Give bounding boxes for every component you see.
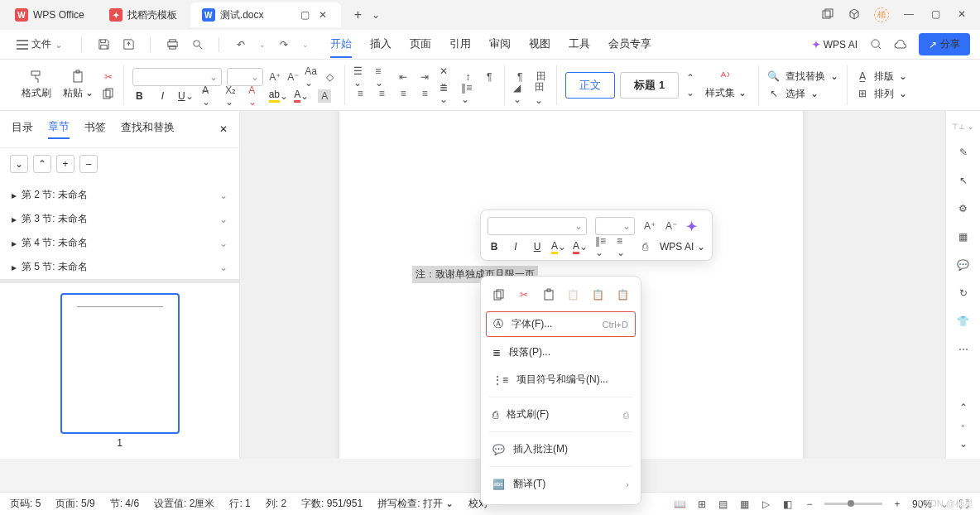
sidebar-tab-toc[interactable]: 目录 — [12, 120, 33, 138]
status-page[interactable]: 页面: 5/9 — [55, 497, 94, 511]
view-outline-icon[interactable]: ◧ — [781, 498, 795, 511]
print-icon[interactable] — [166, 38, 179, 51]
tab-member[interactable]: 会员专享 — [608, 31, 651, 58]
share-button[interactable]: ↗ 分享 — [919, 33, 970, 55]
style-normal[interactable]: 正文 — [565, 72, 615, 99]
tree-node[interactable]: ▸第 5 节: 未命名⌄ — [0, 255, 239, 279]
mini-italic-icon[interactable]: I — [509, 240, 522, 253]
pencil-icon[interactable]: ✎ — [957, 146, 970, 159]
wps-ai-button[interactable]: ✦ WPS AI — [812, 39, 858, 51]
mini-shrink-font-icon[interactable]: A⁻ — [665, 219, 678, 233]
scroll-up-icon[interactable]: ⌃ — [957, 401, 970, 414]
redo-icon[interactable]: ↷ — [277, 38, 291, 51]
history-icon[interactable]: ↻ — [957, 286, 970, 300]
indent-dec-icon[interactable]: ⇤ — [396, 70, 410, 84]
page-thumbnail[interactable] — [60, 293, 180, 434]
view-book-icon[interactable]: 📖 — [674, 498, 687, 511]
grow-font-icon[interactable]: A⁺ — [268, 70, 281, 84]
close-button[interactable]: ✕ — [955, 7, 968, 21]
italic-icon[interactable]: I — [156, 89, 169, 103]
tab-insert[interactable]: 插入 — [370, 31, 392, 58]
align-right-icon[interactable]: ≡ — [396, 87, 410, 100]
highlight-icon[interactable]: ab ⌄ — [271, 89, 285, 103]
line-spacing-icon[interactable]: ‖≡ ⌄ — [461, 87, 474, 100]
borders-icon[interactable]: 田 ⌄ — [535, 87, 548, 100]
status-section[interactable]: 节: 4/6 — [110, 497, 139, 511]
maximize-button[interactable]: ▢ — [929, 7, 942, 21]
zoom-in-icon[interactable]: + — [891, 498, 904, 511]
find-label[interactable]: 查找替换 — [785, 70, 825, 84]
status-spell[interactable]: 拼写检查: 打开 ⌄ — [377, 497, 454, 511]
font-style-a-icon[interactable]: A ⌄ — [248, 89, 262, 103]
char-shading-icon[interactable]: A — [318, 89, 331, 103]
status-row[interactable]: 行: 1 — [229, 497, 250, 511]
sidebar-tab-chapters[interactable]: 章节 — [48, 119, 70, 139]
ctx-paste-icon[interactable] — [542, 288, 555, 301]
format-painter-button[interactable]: 格式刷 — [18, 68, 55, 102]
minimize-button[interactable]: — — [902, 7, 915, 21]
font-color-icon[interactable]: A ⌄ — [295, 89, 308, 103]
view-play-icon[interactable]: ▷ — [760, 498, 773, 511]
ctx-cut-icon[interactable]: ✂ — [517, 288, 531, 301]
ctx-font[interactable]: Ⓐ 字体(F)... Ctrl+D — [486, 311, 636, 337]
image-icon[interactable]: ▦ — [957, 230, 970, 243]
layout-v-icon[interactable]: A̲ — [856, 70, 869, 83]
ctx-paste-text-icon[interactable]: 📋 — [592, 288, 605, 301]
paste-button[interactable]: 粘贴 ⌄ — [60, 68, 97, 102]
mini-wps-ai[interactable]: WPS AI ⌄ — [660, 241, 705, 253]
mini-align-icon[interactable]: ≡ ⌄ — [617, 240, 630, 253]
status-page-no[interactable]: 页码: 5 — [10, 497, 41, 511]
mini-bold-icon[interactable]: B — [488, 240, 501, 253]
sidebar-close-icon[interactable]: ✕ — [219, 123, 228, 135]
search-icon[interactable] — [869, 38, 882, 51]
status-words[interactable]: 字数: 951/951 — [301, 497, 363, 511]
cloud-icon[interactable] — [894, 38, 907, 51]
mini-size-combo[interactable]: ⌄ — [595, 217, 635, 235]
tab-tools[interactable]: 工具 — [569, 31, 590, 58]
ctx-clipboard-icon[interactable]: 📋 — [616, 288, 629, 301]
strikethrough-icon[interactable]: A̶ ⌄ — [202, 89, 215, 103]
tree-node[interactable]: ▸第 2 节: 未命名⌄ — [0, 183, 239, 207]
align-dist-icon[interactable]: ≣ ⌄ — [440, 87, 453, 100]
mini-line-spacing-icon[interactable]: ‖≡ ⌄ — [595, 240, 608, 253]
tree-node[interactable]: ▸第 4 节: 未命名⌄ — [0, 231, 239, 255]
ctx-copy-icon[interactable] — [492, 288, 506, 301]
select-label[interactable]: 选择 — [785, 87, 805, 101]
layout-v-label[interactable]: 排版 — [874, 70, 894, 84]
remove-section-button[interactable]: – — [79, 155, 98, 173]
find-icon[interactable]: 🔍 — [767, 70, 781, 83]
shrink-font-icon[interactable]: A⁻ — [286, 70, 300, 84]
tab-reference[interactable]: 引用 — [449, 31, 471, 58]
layout-h-icon[interactable]: ⊞ — [856, 87, 869, 100]
tree-node[interactable]: ▸第 3 节: 未命名⌄ — [0, 207, 239, 231]
tab-review[interactable]: 审阅 — [489, 31, 511, 58]
file-menu[interactable]: 文件 ⌄ — [10, 34, 70, 55]
export-icon[interactable] — [122, 38, 135, 51]
save-icon[interactable] — [97, 38, 110, 51]
copy-icon[interactable] — [102, 87, 115, 100]
app-tab[interactable]: W WPS Office — [3, 2, 96, 27]
document-tab[interactable]: W 测试.docx ▢ ✕ — [190, 2, 342, 27]
ctx-translate[interactable]: 🔤翻译(T)› — [481, 470, 641, 498]
tab-home[interactable]: 开始 — [330, 31, 352, 58]
font-size-combo[interactable]: ⌄ — [227, 68, 263, 86]
settings-adjust-icon[interactable]: ⚙ — [957, 202, 970, 215]
view-web-icon[interactable]: ▦ — [738, 498, 752, 511]
new-tab-button[interactable]: + — [351, 8, 364, 22]
align-center-icon[interactable]: ≡ — [375, 87, 388, 100]
more-icon[interactable]: ⋯ — [957, 343, 970, 356]
style-up-icon[interactable]: ⌃ — [684, 71, 697, 84]
mini-highlight-icon[interactable]: A ⌄ — [552, 240, 565, 253]
scroll-handle-icon[interactable]: ◦ — [957, 419, 970, 432]
tab-close-icon[interactable]: ✕ — [316, 8, 329, 22]
show-marks-icon[interactable]: ¶ — [483, 70, 496, 84]
ruler-icon[interactable]: ⊤⊥ ⌄ — [952, 123, 974, 131]
chat-icon[interactable]: 💬 — [957, 258, 970, 272]
ctx-format-painter[interactable]: ⎙格式刷(F)⎙ — [481, 401, 641, 428]
align-left-icon[interactable]: ≡ — [353, 87, 367, 100]
ctx-paragraph[interactable]: ≣段落(P)... — [481, 339, 641, 366]
mini-underline-icon[interactable]: U — [531, 240, 544, 253]
print-preview-icon[interactable] — [190, 38, 204, 51]
zoom-slider[interactable] — [824, 503, 882, 505]
tab-window-icon[interactable]: ▢ — [298, 8, 311, 22]
